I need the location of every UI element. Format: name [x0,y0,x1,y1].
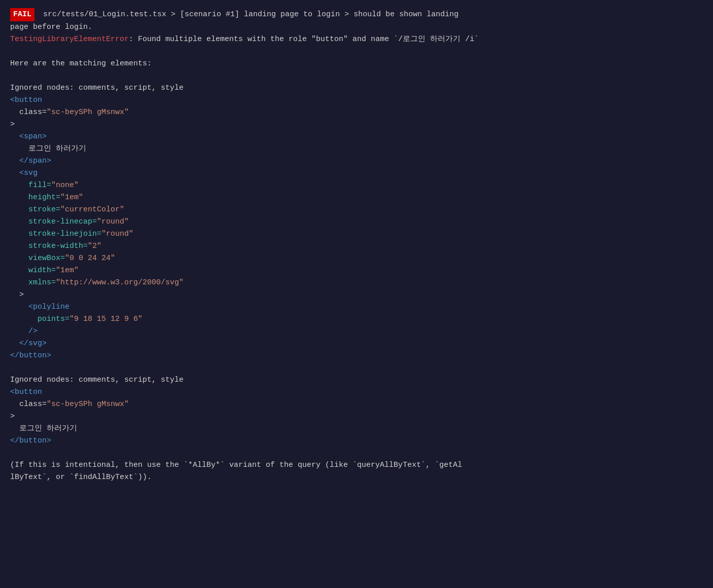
block2-close-gt: > [10,411,703,423]
block1-polyline-points: points="9 18 15 12 9 6" [10,313,703,325]
block1-class-line: class="sc-beySPh gMsnwx" [10,106,703,119]
block1-open-span: <span> [10,131,703,143]
block1-svg-height: height="1em" [10,192,703,204]
block1-svg-linejoin: stroke-linejoin="round" [10,228,703,240]
error-type: TestingLibraryElementError [10,33,129,46]
fail-header-line2: page before login. [10,21,703,33]
block1-svg-fill: fill="none" [10,179,703,192]
header-text-line1: src/tests/01_Login.test.tsx > [scenario … [39,9,458,21]
block1-close-svg: </svg> [10,338,703,350]
block1-svg-xmlns: xmlns="http://www.w3.org/2000/svg" [10,277,703,289]
matching-elements-label: Here are the matching elements: [10,58,703,70]
block1-open-button: <button [10,94,703,106]
block1-ignored: Ignored nodes: comments, script, style [10,82,703,94]
blank-line-2 [10,70,703,82]
block1-polyline-close: /> [10,325,703,338]
error-message: : Found multiple elements with the role … [129,33,479,46]
block2-ignored: Ignored nodes: comments, script, style [10,374,703,386]
block1-close-gt: > [10,119,703,131]
block1-close-button: </button> [10,350,703,362]
fail-header-line1: FAIL src/tests/01_Login.test.tsx > [scen… [10,8,703,21]
block1-svg-close-gt: > [10,289,703,301]
fail-badge: FAIL [10,8,34,21]
block1-svg-width: width="1em" [10,265,703,277]
blank-line-4 [10,447,703,459]
terminal-output: FAIL src/tests/01_Login.test.tsx > [scen… [10,8,703,484]
block1-span-text: 로그인 하러가기 [10,143,703,155]
footer-line1: (If this is intentional, then use the `*… [10,459,703,471]
blank-line-1 [10,46,703,58]
block2-class-line: class="sc-beySPh gMsnwx" [10,398,703,411]
header-text-line2: page before login. [10,21,92,33]
block1-polyline-open: <polyline [10,301,703,313]
block2-span-text: 로그인 하러가기 [10,423,703,435]
error-line: TestingLibraryElementError : Found multi… [10,33,703,46]
block1-svg-stroke: stroke="currentColor" [10,204,703,216]
block1-close-span: </span> [10,155,703,167]
footer-line2: lByText`, or `findAllByText`)). [10,471,703,484]
block2-close-button: </button> [10,435,703,447]
blank-line-3 [10,362,703,374]
block1-svg-linecap: stroke-linecap="round" [10,216,703,228]
block1-svg-viewbox: viewBox="0 0 24 24" [10,252,703,265]
block2-open-button: <button [10,386,703,398]
block1-open-svg: <svg [10,167,703,179]
block1-svg-strokewidth: stroke-width="2" [10,240,703,252]
